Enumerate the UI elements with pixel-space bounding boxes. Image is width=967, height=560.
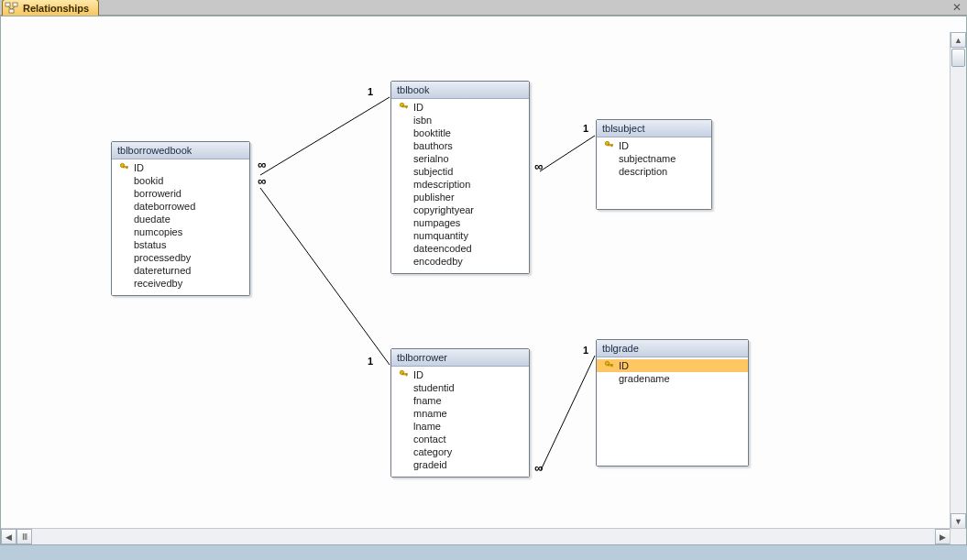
- field-bookid[interactable]: bookid: [115, 174, 246, 187]
- table-tblsubject[interactable]: tblsubject ID subjectname description: [596, 119, 712, 210]
- field-bauthors[interactable]: bauthors: [395, 139, 525, 152]
- field-id[interactable]: ID: [597, 359, 748, 372]
- field-dateborrowed[interactable]: dateborrowed: [115, 200, 246, 213]
- table-header[interactable]: tblbook: [391, 82, 529, 99]
- field-label: subjectname: [604, 153, 676, 164]
- field-contact[interactable]: contact: [395, 433, 525, 445]
- svg-line-6: [541, 356, 595, 470]
- field-label: numcopies: [119, 226, 182, 237]
- field-label: description: [604, 166, 667, 177]
- scroll-left-button[interactable]: ◀: [1, 529, 16, 544]
- field-label: subjectid: [399, 166, 453, 177]
- table-header[interactable]: tblborrower: [391, 349, 529, 367]
- field-description[interactable]: description: [600, 165, 708, 178]
- field-label: gradeid: [399, 459, 447, 470]
- table-header[interactable]: tblsubject: [597, 120, 711, 137]
- field-dateencoded[interactable]: dateencoded: [395, 242, 525, 255]
- field-label: datereturned: [119, 265, 191, 276]
- field-publisher[interactable]: publisher: [395, 191, 525, 203]
- field-label: processedby: [119, 252, 191, 263]
- card-label-many: ∞: [533, 163, 544, 170]
- field-fname[interactable]: fname: [395, 394, 525, 407]
- field-booktitle[interactable]: booktitle: [395, 126, 525, 139]
- field-label: borrowerid: [119, 188, 181, 199]
- field-subjectid[interactable]: subjectid: [395, 165, 525, 178]
- table-body: ID studentid fname mname lname contact c…: [391, 367, 529, 477]
- scroll-thumb[interactable]: [951, 49, 965, 67]
- table-tblborrower[interactable]: tblborrower ID studentid fname mname lna…: [390, 348, 530, 478]
- card-label-one: 1: [582, 123, 589, 134]
- field-datereturned[interactable]: datereturned: [115, 264, 246, 277]
- table-body: ID bookid borrowerid dateborrowed duedat…: [112, 159, 249, 295]
- table-header[interactable]: tblgrade: [597, 340, 748, 357]
- scroll-up-button[interactable]: ▲: [951, 32, 966, 48]
- field-label: encodedby: [399, 256, 463, 267]
- field-processedby[interactable]: processedby: [115, 251, 246, 264]
- card-label-many: ∞: [257, 178, 267, 185]
- field-label: dateborrowed: [119, 201, 195, 212]
- field-id[interactable]: ID: [395, 368, 525, 381]
- field-numcopies[interactable]: numcopies: [115, 225, 246, 238]
- field-serialno[interactable]: serialno: [395, 152, 525, 165]
- field-label: ID: [617, 140, 629, 151]
- vertical-scrollbar[interactable]: ▲ ▼: [950, 32, 966, 529]
- svg-rect-21: [611, 365, 612, 367]
- svg-line-4: [540, 136, 595, 171]
- field-encodedby[interactable]: encodedby: [395, 255, 525, 268]
- field-isbn[interactable]: isbn: [395, 114, 525, 126]
- primary-key-icon: [604, 360, 617, 371]
- field-subjectname[interactable]: subjectname: [600, 152, 708, 165]
- table-tblborrowedbook[interactable]: tblborrowedbook ID bookid borrowerid dat…: [111, 141, 250, 296]
- field-bstatus[interactable]: bstatus: [115, 238, 246, 251]
- field-id[interactable]: ID: [395, 101, 525, 114]
- field-gradename[interactable]: gradename: [600, 372, 744, 385]
- field-numquantity[interactable]: numquantity: [395, 229, 525, 242]
- field-category[interactable]: category: [395, 445, 525, 458]
- svg-rect-0: [5, 3, 10, 6]
- primary-key-icon: [399, 369, 412, 380]
- horizontal-scrollbar[interactable]: ◀ Ⅲ ▶: [1, 528, 951, 544]
- table-tblgrade[interactable]: tblgrade ID gradename: [596, 339, 749, 467]
- field-label: numquantity: [399, 230, 468, 241]
- field-label: numpages: [399, 217, 460, 228]
- field-id[interactable]: ID: [600, 139, 708, 152]
- close-button[interactable]: ✕: [951, 2, 963, 13]
- field-borrowerid[interactable]: borrowerid: [115, 187, 246, 200]
- field-id[interactable]: ID: [115, 161, 246, 174]
- table-header[interactable]: tblborrowedbook: [112, 142, 249, 159]
- table-tblbook[interactable]: tblbook ID isbn booktitle bauthors seria…: [390, 81, 530, 274]
- field-label: gradename: [604, 373, 670, 384]
- field-label: mname: [399, 408, 447, 419]
- tab-relationships[interactable]: Relationships: [2, 0, 99, 16]
- field-copyrightyear[interactable]: copyrightyear: [395, 203, 525, 216]
- scroll-down-button[interactable]: ▼: [951, 513, 966, 529]
- field-label: bauthors: [399, 140, 453, 151]
- field-label: publisher: [399, 192, 455, 203]
- scroll-right-button[interactable]: ▶: [935, 529, 951, 544]
- field-duedate[interactable]: duedate: [115, 213, 246, 225]
- field-mname[interactable]: mname: [395, 407, 525, 420]
- svg-rect-15: [611, 145, 612, 147]
- field-label: category: [399, 446, 452, 457]
- svg-rect-18: [406, 374, 407, 376]
- relationships-canvas[interactable]: 1 ∞ 1 ∞ 1 ∞ 1 ∞ tblborrowedbook ID booki…: [0, 16, 967, 545]
- card-label-many: ∞: [533, 465, 544, 472]
- table-body: ID isbn booktitle bauthors serialno subj…: [391, 99, 529, 273]
- field-lname[interactable]: lname: [395, 420, 525, 433]
- tab-bar: Relationships ✕: [0, 0, 967, 16]
- relationships-icon: [5, 2, 19, 15]
- field-label: bookid: [119, 175, 163, 186]
- split-handle[interactable]: Ⅲ: [16, 529, 32, 544]
- field-gradeid[interactable]: gradeid: [395, 458, 525, 471]
- field-studentid[interactable]: studentid: [395, 381, 525, 394]
- svg-rect-9: [126, 167, 127, 169]
- svg-line-3: [260, 97, 390, 175]
- field-mdescription[interactable]: mdescription: [395, 178, 525, 191]
- field-numpages[interactable]: numpages: [395, 216, 525, 229]
- card-label-one: 1: [582, 345, 589, 356]
- field-receivedby[interactable]: receivedby: [115, 277, 246, 290]
- field-label: ID: [412, 102, 423, 113]
- field-label: duedate: [119, 214, 170, 225]
- svg-line-5: [260, 188, 390, 365]
- field-label: isbn: [399, 115, 432, 126]
